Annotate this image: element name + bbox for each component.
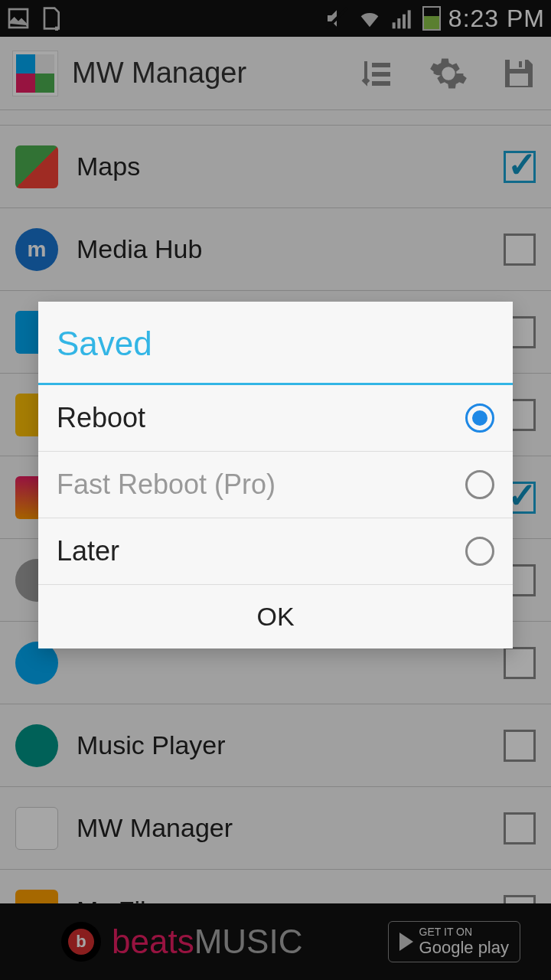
ok-button[interactable]: OK [38, 585, 513, 648]
dialog-option[interactable]: Later [38, 518, 513, 585]
radio-button[interactable] [465, 403, 494, 433]
dialog-title: Saved [38, 302, 513, 385]
radio-button[interactable] [465, 537, 494, 566]
dialog-option: Fast Reboot (Pro) [38, 452, 513, 518]
dialog-option-label: Fast Reboot (Pro) [57, 469, 276, 501]
saved-dialog: Saved RebootFast Reboot (Pro)Later OK [38, 302, 513, 648]
radio-button [465, 470, 494, 499]
dialog-option-label: Reboot [57, 402, 145, 434]
dialog-option[interactable]: Reboot [38, 385, 513, 452]
dialog-option-label: Later [57, 535, 119, 567]
